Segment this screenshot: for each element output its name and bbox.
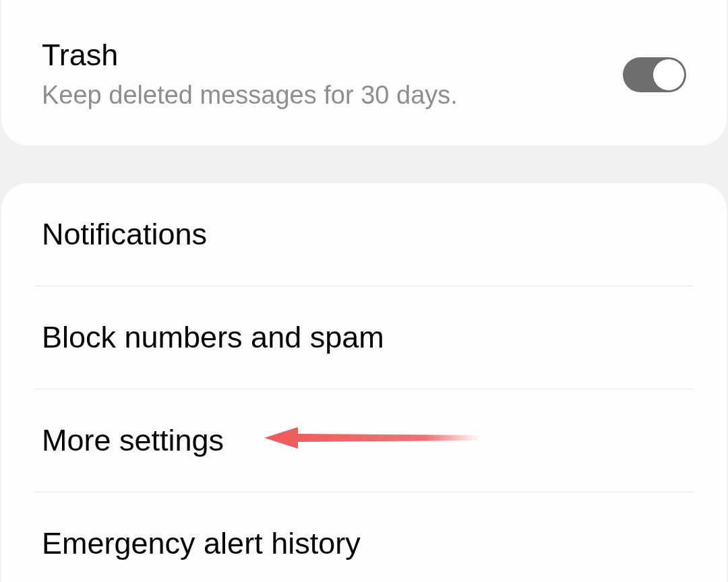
menu-label: More settings: [42, 423, 224, 457]
trash-title: Trash: [42, 37, 623, 73]
menu-label: Emergency alert history: [42, 526, 361, 560]
trash-toggle-knob: [653, 59, 684, 90]
trash-setting-text: Trash Keep deleted messages for 30 days.: [42, 37, 623, 112]
arrow-left-icon: [264, 423, 480, 458]
trash-setting-row[interactable]: Trash Keep deleted messages for 30 days.: [42, 37, 686, 112]
settings-menu-card: Notifications Block numbers and spam Mor…: [1, 183, 727, 582]
menu-item-emergency-alert[interactable]: Emergency alert history: [1, 492, 727, 582]
trash-setting-card: Trash Keep deleted messages for 30 days.: [1, 0, 727, 146]
trash-description: Keep deleted messages for 30 days.: [42, 79, 623, 112]
svg-marker-0: [264, 427, 480, 449]
menu-label: Block numbers and spam: [42, 320, 384, 354]
menu-item-block-numbers[interactable]: Block numbers and spam: [1, 286, 727, 389]
menu-item-notifications[interactable]: Notifications: [1, 183, 727, 286]
menu-item-more-settings[interactable]: More settings: [1, 389, 727, 492]
menu-label: Notifications: [42, 217, 207, 251]
trash-toggle[interactable]: [623, 57, 686, 92]
